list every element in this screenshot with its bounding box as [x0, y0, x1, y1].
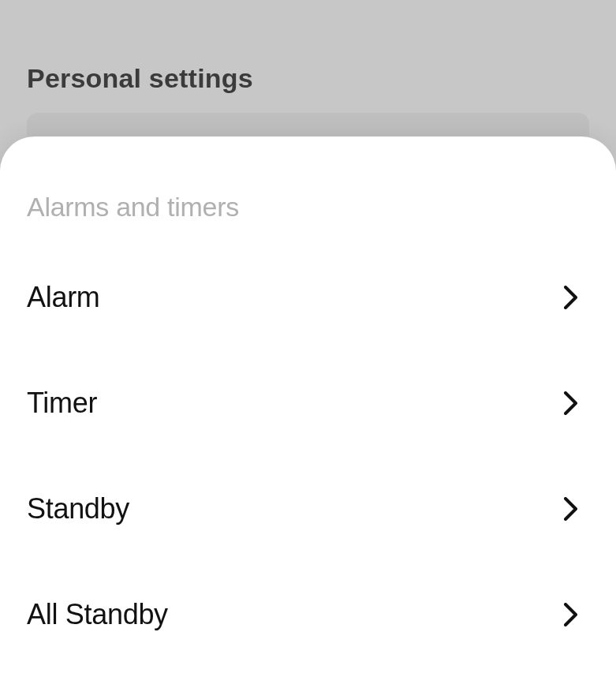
sheet-header: Alarms and timers	[27, 192, 589, 222]
sheet-item-label: Standby	[27, 492, 129, 525]
sheet-item-all-standby[interactable]: All Standby	[0, 574, 616, 655]
chevron-right-icon	[564, 286, 578, 309]
sheet-item-alarm[interactable]: Alarm	[0, 257, 616, 338]
sheet-item-label: Timer	[27, 387, 97, 420]
sheet-item-label: All Standby	[27, 598, 168, 631]
bottom-sheet: Alarms and timers Alarm Timer Standby Al…	[0, 136, 616, 688]
chevron-right-icon	[564, 603, 578, 626]
sheet-item-label: Alarm	[27, 281, 100, 314]
sheet-item-standby[interactable]: Standby	[0, 469, 616, 549]
chevron-right-icon	[564, 391, 578, 415]
sheet-item-timer[interactable]: Timer	[0, 363, 616, 443]
chevron-right-icon	[564, 497, 578, 521]
